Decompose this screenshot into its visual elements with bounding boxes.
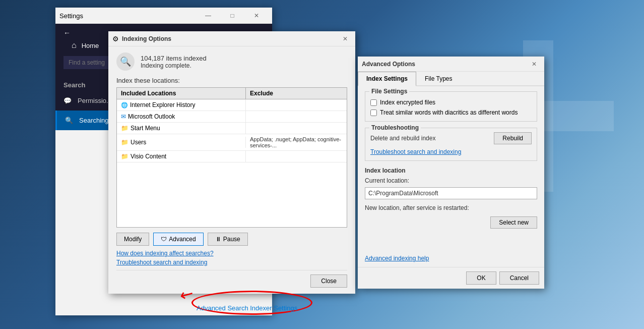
home-label: Home (82, 42, 99, 49)
diacritics-checkbox[interactable] (370, 109, 377, 116)
advanced-titlebar: Advanced Options ✕ (358, 57, 544, 72)
modify-button[interactable]: Modify (116, 233, 149, 246)
settings-titlebar: Settings — □ ✕ (55, 8, 272, 24)
location-name: Users (131, 139, 146, 146)
diacritics-label: Treat similar words with diacritics as d… (380, 109, 518, 116)
location-col: 📁 Start Menu (117, 123, 246, 134)
indexing-complete-text: Indexing complete. (141, 62, 207, 69)
advanced-button[interactable]: 🛡 Advanced (153, 233, 203, 246)
location-name: Internet Explorer History (130, 101, 195, 108)
location-name: Visio Content (131, 153, 166, 160)
tab-index-settings[interactable]: Index Settings (358, 72, 416, 86)
indexing-dialog-titlebar: ⚙ Indexing Options ✕ (108, 31, 355, 46)
exclude-header: Exclude (246, 88, 347, 99)
included-locations-header: Included Locations (117, 88, 246, 99)
advanced-content: File Settings Index encrypted files Trea… (358, 86, 544, 267)
exclude-col (246, 126, 347, 130)
pause-icon: ⏸ (215, 236, 221, 243)
select-new-row: Select new (365, 216, 537, 229)
advanced-title-text: Advanced Options (362, 61, 415, 68)
window-controls: — □ ✕ (197, 8, 268, 24)
current-location-input[interactable] (365, 187, 537, 199)
annotation-text: Advanced Search Indexer Settings (197, 304, 297, 312)
locations-table: Included Locations Exclude 🌐 Internet Ex… (116, 87, 347, 228)
index-encrypted-checkbox[interactable] (370, 99, 377, 106)
index-location-section: Index location Current location: New loc… (365, 167, 537, 229)
tab-file-types[interactable]: File Types (416, 72, 461, 86)
pause-button[interactable]: ⏸ Pause (208, 233, 248, 246)
advanced-body: Index Settings File Types File Settings … (358, 72, 544, 289)
troubleshoot-indexing-link[interactable]: Troubleshoot search and indexing (370, 148, 532, 155)
permissions-label: Permissio... (78, 97, 112, 104)
dialog-links: How does indexing affect searches? Troub… (116, 250, 347, 266)
how-indexing-link[interactable]: How does indexing affect searches? (116, 250, 347, 257)
permissions-icon: 💬 (63, 97, 72, 104)
indexing-title-left: ⚙ Indexing Options (112, 35, 171, 43)
location-name: Start Menu (131, 125, 160, 132)
table-row[interactable]: 🌐 Internet Explorer History (117, 99, 347, 111)
checkbox-row-diacritics: Treat similar words with diacritics as d… (370, 109, 532, 116)
close-window-button[interactable]: ✕ (245, 8, 268, 24)
index-encrypted-label: Index encrypted files (380, 99, 435, 106)
checkbox-row-encrypted: Index encrypted files (370, 99, 532, 106)
exclude-col (246, 103, 347, 107)
shield-icon: 🛡 (161, 236, 167, 243)
outlook-icon: ✉ (121, 113, 126, 120)
minimize-button[interactable]: — (197, 8, 220, 24)
settings-title: Settings (59, 12, 83, 20)
table-row[interactable]: ✉ Microsoft Outlook (117, 111, 347, 123)
settings-title-area: Settings (59, 12, 83, 20)
indexing-dialog-footer: Close (116, 270, 347, 288)
back-button[interactable]: ← (63, 29, 71, 37)
advanced-footer: OK Cancel (358, 267, 544, 289)
table-row[interactable]: 📁 Start Menu (117, 123, 347, 134)
indexing-options-dialog: ⚙ Indexing Options ✕ 🔍 104,187 items ind… (108, 31, 355, 294)
exclude-col (246, 154, 347, 158)
advanced-indexing-help-link[interactable]: Advanced indexing help (365, 255, 537, 262)
location-col: ✉ Microsoft Outlook (117, 111, 246, 122)
table-row[interactable]: 📁 Visio Content (117, 151, 347, 162)
indexing-status-icon: 🔍 (116, 52, 135, 71)
advanced-close-button[interactable]: ✕ (528, 58, 540, 70)
select-new-button[interactable]: Select new (490, 216, 537, 229)
indexing-close-main-button[interactable]: Close (310, 275, 347, 288)
troubleshooting-legend: Troubleshooting (369, 124, 421, 131)
troubleshoot-content: Delete and rebuild index Rebuild Trouble… (370, 132, 532, 155)
searching-icon: 🔍 (65, 117, 73, 124)
troubleshoot-search-link[interactable]: Troubleshoot search and indexing (116, 259, 347, 266)
ok-button[interactable]: OK (466, 271, 496, 285)
file-settings-section: File Settings Index encrypted files Trea… (365, 91, 537, 122)
locations-header: Included Locations Exclude (117, 88, 347, 99)
location-col: 🌐 Internet Explorer History (117, 99, 246, 111)
items-indexed-count: 104,187 items indexed (141, 54, 207, 62)
indexing-info: 104,187 items indexed Indexing complete. (141, 54, 207, 69)
folder-icon: 📁 (121, 153, 128, 160)
folder-icon: 📁 (121, 125, 128, 132)
indexing-title-icon: ⚙ (112, 35, 119, 43)
rebuild-button[interactable]: Rebuild (494, 132, 532, 144)
indexing-close-button[interactable]: ✕ (339, 33, 351, 45)
current-location-label: Current location: (365, 177, 537, 184)
exclude-col: AppData; .nuget; AppData; cognitive-serv… (246, 134, 347, 150)
maximize-button[interactable]: □ (221, 8, 244, 24)
rebuild-label: Delete and rebuild index (370, 135, 435, 142)
rebuild-row: Delete and rebuild index Rebuild (370, 132, 532, 144)
advanced-tabs: Index Settings File Types (358, 72, 544, 86)
indexing-dialog-body: 🔍 104,187 items indexed Indexing complet… (108, 46, 355, 294)
indexing-title-text: Indexing Options (122, 35, 171, 42)
table-row[interactable]: 📁 Users AppData; .nuget; AppData; cognit… (117, 134, 347, 151)
folder-icon: 📁 (121, 139, 128, 146)
new-location-label: New location, after service is restarted… (365, 204, 537, 211)
location-name: Microsoft Outlook (128, 113, 175, 120)
troubleshooting-section: Troubleshooting Delete and rebuild index… (365, 128, 537, 161)
index-locations-label: Index these locations: (116, 77, 347, 84)
indexing-status: 🔍 104,187 items indexed Indexing complet… (116, 52, 347, 71)
file-settings-legend: File Settings (369, 88, 409, 95)
exclude-col (246, 115, 347, 119)
cancel-button[interactable]: Cancel (499, 271, 539, 285)
home-icon: ⌂ (72, 41, 77, 50)
ie-icon: 🌐 (121, 102, 128, 108)
advanced-options-dialog: Advanced Options ✕ Index Settings File T… (358, 57, 544, 289)
location-col: 📁 Users (117, 137, 246, 148)
location-col: 📁 Visio Content (117, 151, 246, 162)
